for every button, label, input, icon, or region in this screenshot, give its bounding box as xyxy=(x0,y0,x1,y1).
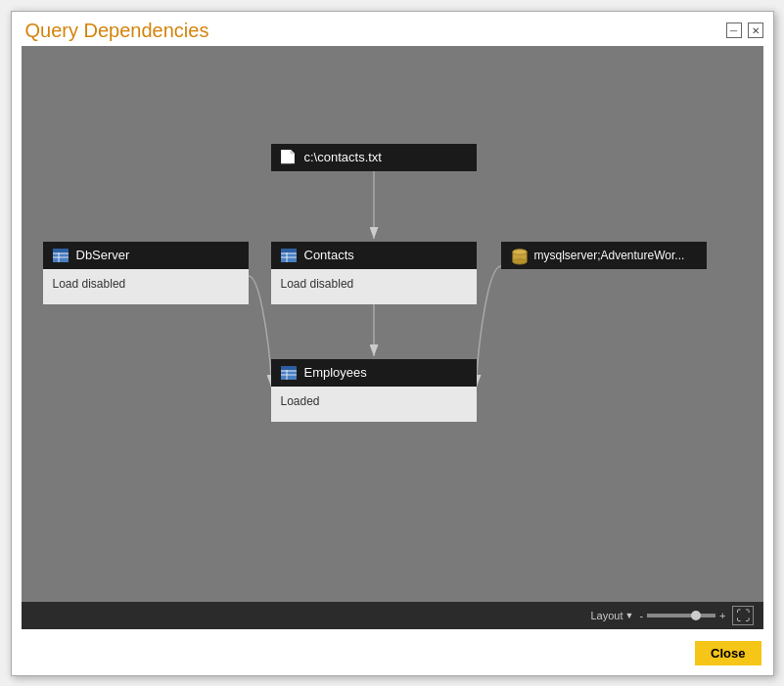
title-bar: Query Dependencies ─ ✕ xyxy=(12,12,773,46)
contacts-header: Contacts xyxy=(271,242,477,269)
node-mysqlserver[interactable]: mysqlserver;AdventureWor... xyxy=(501,242,707,269)
footer: Close xyxy=(12,635,773,675)
window-controls: ─ ✕ xyxy=(726,23,763,38)
svg-rect-13 xyxy=(53,249,69,252)
db-cylinder-icon xyxy=(511,248,527,263)
canvas-area: c:\contacts.txt Contacts Load disabled xyxy=(22,46,763,629)
dbserver-label: DbServer xyxy=(76,248,130,262)
table-icon-dbserver xyxy=(53,248,69,263)
node-employees[interactable]: Employees Loaded xyxy=(271,359,477,422)
dbserver-header: DbServer xyxy=(43,242,249,269)
zoom-slider[interactable] xyxy=(647,614,715,617)
file-icon xyxy=(281,150,297,165)
employees-header: Employees xyxy=(271,359,477,387)
zoom-thumb xyxy=(691,611,701,620)
dialog-title: Query Dependencies xyxy=(25,20,209,42)
mysqlserver-label: mysqlserver;AdventureWor... xyxy=(534,249,685,262)
contacts-body: Load disabled xyxy=(271,269,477,304)
employees-label: Employees xyxy=(304,365,367,380)
window-close-button[interactable]: ✕ xyxy=(748,23,763,38)
contacts-src-label: c:\contacts.txt xyxy=(304,150,382,164)
svg-point-16 xyxy=(512,258,526,263)
canvas-toolbar: Layout ▼ - + ⛶ xyxy=(22,602,763,629)
minimize-button[interactable]: ─ xyxy=(726,23,742,38)
query-dependencies-dialog: Query Dependencies ─ ✕ xyxy=(11,11,774,676)
fit-button[interactable]: ⛶ xyxy=(732,606,754,625)
zoom-plus[interactable]: + xyxy=(719,610,725,621)
table-icon-contacts xyxy=(281,248,297,263)
dbserver-body: Load disabled xyxy=(43,269,249,304)
zoom-control: - + xyxy=(639,610,725,621)
dependency-arrows xyxy=(22,46,763,602)
table-icon-employees xyxy=(281,365,297,381)
node-dbserver[interactable]: DbServer Load disabled xyxy=(43,242,249,304)
node-contacts-src-header: c:\contacts.txt xyxy=(271,144,477,171)
svg-rect-8 xyxy=(281,249,297,252)
node-contacts[interactable]: Contacts Load disabled xyxy=(271,242,477,304)
mysqlserver-header: mysqlserver;AdventureWor... xyxy=(501,242,707,269)
layout-button[interactable]: Layout ▼ xyxy=(590,610,633,621)
svg-rect-24 xyxy=(281,366,297,370)
node-contacts-src[interactable]: c:\contacts.txt xyxy=(271,144,477,171)
svg-point-17 xyxy=(512,249,526,253)
close-button[interactable]: Close xyxy=(695,641,761,665)
employees-body: Loaded xyxy=(271,387,477,422)
zoom-minus[interactable]: - xyxy=(639,610,643,621)
contacts-label: Contacts xyxy=(304,248,354,262)
